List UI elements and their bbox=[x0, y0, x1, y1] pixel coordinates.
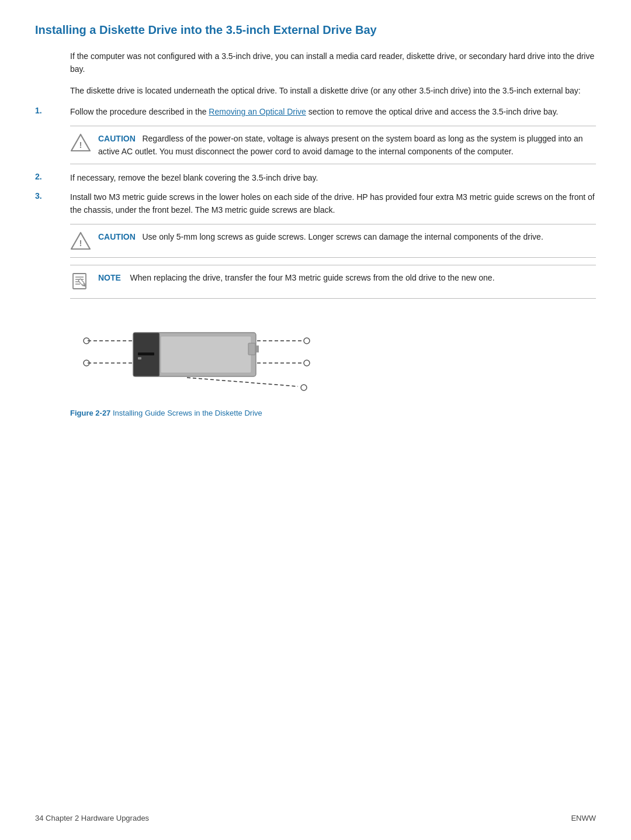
page-footer: 34 Chapter 2 Hardware Upgrades ENWW bbox=[35, 814, 596, 822]
caution-2-text: CAUTION Use only 5-mm long screws as gui… bbox=[98, 230, 543, 243]
step-3-content: Install two M3 metric guide screws in th… bbox=[70, 191, 596, 217]
step-2-content: If necessary, remove the bezel blank cov… bbox=[70, 171, 596, 184]
footer-right: ENWW bbox=[571, 814, 596, 822]
note-box-item: NOTE When replacing the drive, transfer … bbox=[35, 265, 596, 299]
figure-caption-text: Installing Guide Screws in the Diskette … bbox=[110, 409, 262, 417]
caution-1-body: Regardless of the power-on state, voltag… bbox=[98, 134, 583, 156]
note-icon-1 bbox=[70, 271, 91, 292]
step-1: 1. Follow the procedure described in the… bbox=[35, 105, 596, 118]
removing-optical-drive-link[interactable]: Removing an Optical Drive bbox=[209, 107, 306, 116]
caution-1-label: CAUTION bbox=[98, 134, 136, 143]
note-box-1: NOTE When replacing the drive, transfer … bbox=[70, 265, 596, 299]
step-1-text-after: section to remove the optical drive and … bbox=[306, 107, 559, 116]
svg-rect-21 bbox=[248, 343, 255, 355]
diskette-drive-illustration bbox=[70, 310, 327, 404]
caution-box-2-item: ! CAUTION Use only 5-mm long screws as g… bbox=[35, 224, 596, 258]
svg-point-28 bbox=[301, 385, 307, 390]
step-1-text-before: Follow the procedure described in the bbox=[70, 107, 209, 116]
svg-point-26 bbox=[304, 360, 310, 366]
caution-2-body: Use only 5-mm long screws as guide screw… bbox=[138, 232, 543, 241]
svg-line-27 bbox=[187, 378, 298, 386]
caution-icon-1: ! bbox=[70, 132, 91, 153]
svg-rect-19 bbox=[138, 357, 141, 359]
step-2: 2. If necessary, remove the bezel blank … bbox=[35, 171, 596, 184]
steps-list: 1. Follow the procedure described in the… bbox=[35, 105, 596, 298]
step-3-number: 3. bbox=[35, 191, 70, 201]
note-1-text: NOTE When replacing the drive, transfer … bbox=[98, 271, 495, 284]
figure-label: Figure 2-27 bbox=[70, 409, 110, 417]
caution-1-text: CAUTION Regardless of the power-on state… bbox=[98, 132, 596, 158]
svg-rect-20 bbox=[161, 336, 251, 373]
svg-point-24 bbox=[304, 338, 310, 344]
intro-paragraph-2: The diskette drive is located underneath… bbox=[70, 84, 596, 97]
note-1-label: NOTE bbox=[98, 273, 121, 282]
svg-rect-18 bbox=[138, 352, 154, 355]
step-3: 3. Install two M3 metric guide screws in… bbox=[35, 191, 596, 217]
svg-text:!: ! bbox=[79, 140, 82, 150]
svg-rect-9 bbox=[78, 278, 85, 285]
caution-2-label: CAUTION bbox=[98, 232, 136, 241]
intro-paragraph-1: If the computer was not configured with … bbox=[70, 50, 596, 76]
caution-box-1-item: ! CAUTION Regardless of the power-on sta… bbox=[35, 126, 596, 165]
figure-caption: Figure 2-27 Installing Guide Screws in t… bbox=[70, 409, 596, 417]
page-title: Installing a Diskette Drive into the 3.5… bbox=[35, 23, 596, 37]
caution-icon-2: ! bbox=[70, 230, 91, 251]
svg-rect-22 bbox=[256, 345, 259, 352]
step-1-number: 1. bbox=[35, 105, 70, 115]
svg-text:!: ! bbox=[79, 238, 82, 248]
figure-area: Figure 2-27 Installing Guide Screws in t… bbox=[70, 310, 596, 417]
note-1-body: When replacing the drive, transfer the f… bbox=[123, 273, 495, 282]
step-2-number: 2. bbox=[35, 171, 70, 181]
caution-box-2: ! CAUTION Use only 5-mm long screws as g… bbox=[70, 224, 596, 258]
caution-box-1: ! CAUTION Regardless of the power-on sta… bbox=[70, 126, 596, 165]
footer-left: 34 Chapter 2 Hardware Upgrades bbox=[35, 814, 149, 822]
step-1-content: Follow the procedure described in the Re… bbox=[70, 105, 596, 118]
